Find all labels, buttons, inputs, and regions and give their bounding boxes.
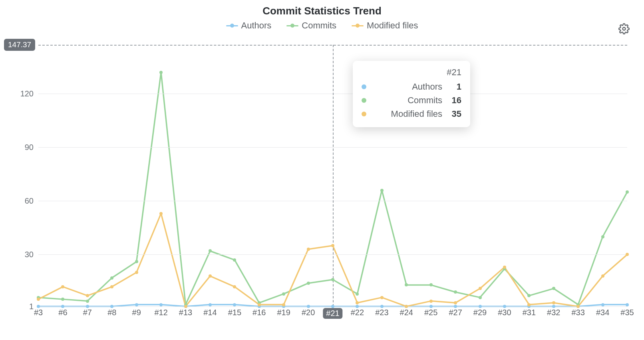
mean-badge: 147.37	[4, 39, 35, 51]
x-tick-label: #23	[375, 308, 388, 317]
data-point[interactable]	[37, 305, 40, 308]
data-point[interactable]	[159, 71, 163, 74]
data-point[interactable]	[479, 296, 482, 299]
data-point[interactable]	[110, 285, 113, 288]
y-tick-label: 60	[25, 196, 34, 206]
data-point[interactable]	[159, 212, 163, 215]
data-point[interactable]	[135, 260, 138, 263]
data-point[interactable]	[282, 292, 285, 296]
x-tick-label: #29	[473, 308, 487, 317]
data-point[interactable]	[479, 287, 482, 290]
data-point[interactable]	[135, 271, 138, 274]
data-point[interactable]	[86, 300, 89, 303]
data-point[interactable]	[233, 258, 236, 262]
data-point[interactable]	[282, 303, 285, 306]
data-point[interactable]	[601, 235, 604, 238]
tooltip-row: Authors1	[362, 80, 461, 94]
x-tick-label: #19	[277, 308, 290, 317]
data-point[interactable]	[307, 248, 310, 251]
x-tick-label: #31	[523, 308, 536, 317]
data-point[interactable]	[110, 276, 113, 280]
data-point[interactable]	[429, 283, 433, 286]
data-point[interactable]	[331, 244, 334, 247]
data-point[interactable]	[503, 305, 506, 308]
tooltip-label: Commits	[372, 95, 442, 106]
data-point[interactable]	[552, 301, 555, 304]
tooltip-row: Modified files35	[362, 107, 461, 121]
data-point[interactable]	[380, 296, 384, 299]
data-point[interactable]	[454, 290, 457, 294]
data-point[interactable]	[601, 303, 604, 306]
data-point[interactable]	[209, 303, 212, 306]
x-tick-label: #3	[34, 308, 43, 317]
x-tick-label: #8	[107, 308, 116, 317]
data-point[interactable]	[331, 278, 334, 281]
x-tick-label: #21	[323, 308, 342, 319]
tooltip-value: 35	[448, 109, 461, 119]
data-point[interactable]	[429, 300, 433, 303]
data-point[interactable]	[626, 190, 629, 194]
x-tick-label: #24	[400, 308, 413, 317]
data-point[interactable]	[356, 301, 359, 304]
data-point[interactable]	[405, 305, 408, 308]
data-point[interactable]	[86, 305, 89, 308]
chart-title: Commit Statistics Trend	[0, 0, 644, 17]
x-tick-label: #6	[58, 308, 67, 317]
data-point[interactable]	[110, 305, 113, 308]
data-point[interactable]	[86, 294, 89, 297]
x-tick-label: #30	[498, 308, 511, 317]
tooltip-swatch	[362, 112, 366, 116]
tooltip-label: Authors	[372, 82, 442, 92]
data-point[interactable]	[527, 294, 531, 297]
data-point[interactable]	[454, 301, 457, 304]
data-point[interactable]	[307, 305, 310, 308]
data-point[interactable]	[405, 283, 408, 286]
settings-button[interactable]	[618, 23, 630, 36]
data-point[interactable]	[479, 305, 482, 308]
data-point[interactable]	[356, 305, 359, 308]
x-tick-label: #14	[203, 308, 217, 317]
x-tick-label: #12	[154, 308, 167, 317]
data-point[interactable]	[37, 298, 40, 301]
legend-item-commits[interactable]: Commits	[286, 20, 336, 31]
y-tick-label: 1	[29, 302, 34, 311]
legend-item-modified[interactable]: Modified files	[352, 20, 418, 31]
data-point[interactable]	[454, 305, 457, 308]
data-point[interactable]	[380, 189, 384, 192]
data-point[interactable]	[61, 298, 64, 301]
data-point[interactable]	[209, 249, 212, 252]
data-point[interactable]	[209, 274, 212, 278]
data-point[interactable]	[258, 303, 261, 306]
data-point[interactable]	[552, 305, 555, 308]
data-point[interactable]	[61, 285, 64, 288]
chart-plot-area[interactable]: #3#6#7#8#9#12#13#14#15#16#19#20#21#22#23…	[38, 45, 627, 306]
data-point[interactable]	[527, 303, 531, 306]
data-point[interactable]	[576, 305, 580, 308]
data-point[interactable]	[626, 303, 629, 306]
data-point[interactable]	[552, 287, 555, 290]
data-point[interactable]	[380, 305, 384, 308]
data-point[interactable]	[233, 303, 236, 306]
tooltip-value: 1	[448, 82, 461, 92]
data-point[interactable]	[356, 292, 359, 296]
data-point[interactable]	[159, 303, 163, 306]
tooltip-value: 16	[448, 95, 461, 106]
data-point[interactable]	[503, 266, 506, 269]
data-point[interactable]	[233, 285, 236, 288]
gear-icon	[618, 29, 630, 36]
data-point[interactable]	[429, 305, 433, 308]
x-tick-label: #20	[302, 308, 315, 317]
data-point[interactable]	[61, 305, 64, 308]
tooltip-row: Commits16	[362, 94, 461, 107]
data-point[interactable]	[184, 305, 187, 308]
x-tick-label: #22	[351, 308, 364, 317]
tooltip-swatch	[362, 84, 366, 89]
data-point[interactable]	[135, 303, 138, 306]
data-point[interactable]	[626, 253, 629, 256]
data-point[interactable]	[601, 274, 604, 278]
data-point[interactable]	[331, 305, 334, 308]
legend-item-authors[interactable]: Authors	[226, 20, 272, 31]
hover-vertical-line	[333, 45, 334, 306]
data-point[interactable]	[307, 282, 310, 285]
tooltip-label: Modified files	[372, 109, 442, 119]
